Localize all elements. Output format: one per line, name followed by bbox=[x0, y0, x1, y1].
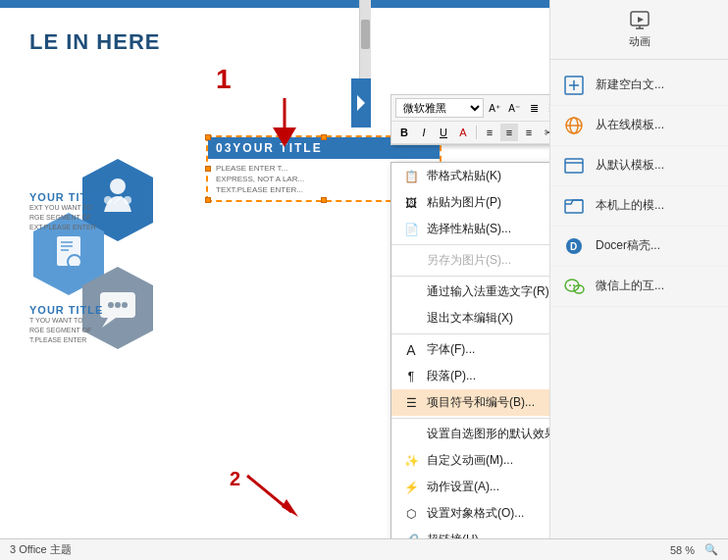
custom-anim-icon: ✨ bbox=[401, 453, 421, 469]
font-color-btn[interactable]: A bbox=[454, 124, 472, 141]
font-size-down-btn[interactable]: A⁺ bbox=[486, 99, 503, 117]
menu-paragraph[interactable]: ¶ 段落(P)... bbox=[391, 363, 549, 389]
menu-exit-edit-label: 退出文本编辑(X) bbox=[427, 310, 513, 327]
menu-set-default-shape[interactable]: 设置自选图形的默认效果(I) bbox=[391, 421, 549, 447]
right-panel-item-docer[interactable]: D Docer稿壳... bbox=[550, 227, 728, 267]
bold-btn[interactable]: B bbox=[395, 124, 413, 141]
svg-point-42 bbox=[573, 284, 575, 286]
toolbar-row1: 微软雅黑 A⁺ A⁻ ≣ ☰ bbox=[391, 95, 549, 122]
align-left-btn[interactable]: ≡ bbox=[481, 124, 498, 141]
docer-label: Docer稿壳... bbox=[596, 238, 660, 254]
menu-paste-format[interactable]: 📋 带格式粘贴(K) bbox=[391, 163, 549, 189]
underline-btn[interactable]: U bbox=[435, 124, 452, 141]
toolbar-lines-btn2[interactable]: ☰ bbox=[545, 99, 549, 117]
right-panel-item-wechat[interactable]: 微信上的互... bbox=[550, 267, 728, 307]
textbox-body-line2: EXPRESS, NOT A LAR... bbox=[216, 175, 304, 183]
status-bar: 3 Office 主题 58 % 🔍 bbox=[0, 538, 728, 560]
menu-paste-format-label: 带格式粘贴(K) bbox=[427, 168, 501, 184]
handle-bc[interactable] bbox=[321, 197, 327, 203]
italic-btn[interactable]: I bbox=[415, 124, 433, 141]
paste-image-icon: 🖼 bbox=[401, 195, 421, 211]
zoom-icon: 🔍 bbox=[704, 543, 718, 556]
animation-button[interactable]: 动画 bbox=[610, 4, 669, 53]
font-size-up-btn[interactable]: A⁻ bbox=[505, 99, 523, 117]
left-text-item-2: YOUR TITLE T YOU WANT TORGE SEGMENT OFT.… bbox=[29, 304, 103, 344]
cut-btn[interactable]: ✂ bbox=[540, 124, 549, 141]
menu-exit-edit[interactable]: 退出文本编辑(X) bbox=[391, 305, 549, 331]
right-panel-top: 动画 bbox=[550, 4, 728, 60]
align-right-btn[interactable]: ≡ bbox=[520, 124, 538, 141]
separator-1 bbox=[391, 244, 549, 245]
left-title-2: YOUR TITLE bbox=[29, 304, 103, 316]
textbox-body-line1: PLEASE ENTER T... bbox=[216, 164, 287, 173]
font-menu-icon: A bbox=[401, 342, 421, 358]
menu-bullets[interactable]: ☰ 项目符号和编号(B)... bbox=[391, 389, 549, 416]
toolbar-lines-btn1[interactable]: ≣ bbox=[525, 99, 543, 117]
animation-label: 动画 bbox=[629, 34, 650, 49]
paste-special-icon: 📄 bbox=[401, 222, 421, 237]
svg-point-3 bbox=[110, 178, 126, 194]
right-panel-item-local[interactable]: 本机上的模... bbox=[550, 186, 728, 227]
right-panel: 动画 新建空白文... 从在线模板... bbox=[549, 0, 728, 560]
handle-bl[interactable] bbox=[205, 197, 211, 203]
font-name-select[interactable]: 微软雅黑 bbox=[395, 98, 484, 118]
left-body-1: EXT YOU WANT TORGE SEGMENT OFEXT.PLEASE … bbox=[29, 203, 98, 231]
menu-font-label: 字体(F)... bbox=[427, 341, 475, 358]
wechat-label: 微信上的互... bbox=[596, 279, 664, 294]
online-template-label: 从在线模板... bbox=[596, 118, 664, 133]
format-toolbar: 微软雅黑 A⁺ A⁻ ≣ ☰ B I U A ≡ ≡ ≡ ✂ 切换 bbox=[390, 94, 549, 145]
new-blank-label: 新建空白文... bbox=[596, 77, 664, 93]
menu-paste-image-label: 粘贴为图片(P) bbox=[427, 194, 501, 211]
red-arrow-down bbox=[265, 98, 304, 156]
menu-font[interactable]: A 字体(F)... bbox=[391, 336, 549, 363]
right-panel-item-default[interactable]: 从默认模板... bbox=[550, 146, 728, 186]
menu-format-obj-label: 设置对象格式(O)... bbox=[427, 505, 524, 522]
wechat-icon bbox=[560, 273, 588, 300]
svg-point-41 bbox=[569, 284, 571, 286]
action-settings-icon: ⚡ bbox=[401, 480, 421, 495]
menu-custom-anim-label: 自定义动画(M)... bbox=[427, 452, 513, 469]
menu-paste-image[interactable]: 🖼 粘贴为图片(P) bbox=[391, 189, 549, 216]
svg-marker-1 bbox=[273, 127, 296, 147]
textbox-body-line3: TEXT.PLEASE ENTER... bbox=[216, 185, 303, 194]
left-title-1: YOUR TITLE bbox=[29, 191, 103, 203]
status-theme: 3 Office 主题 bbox=[10, 542, 72, 557]
svg-marker-27 bbox=[638, 17, 644, 23]
right-panel-item-online[interactable]: 从在线模板... bbox=[550, 106, 728, 146]
scrollbar-thumb[interactable] bbox=[361, 20, 370, 49]
default-template-label: 从默认模板... bbox=[596, 158, 664, 174]
align-center-btn[interactable]: ≡ bbox=[500, 124, 518, 141]
menu-para-label: 段落(P)... bbox=[427, 368, 476, 384]
format-object-icon: ⬡ bbox=[401, 506, 421, 522]
right-panel-item-new-blank[interactable]: 新建空白文... bbox=[550, 66, 728, 106]
toolbar-row2: B I U A ≡ ≡ ≡ ✂ 切换 bbox=[391, 122, 549, 144]
menu-reselect[interactable]: 通过输入法重选文字(R) bbox=[391, 279, 549, 305]
svg-rect-34 bbox=[565, 159, 583, 173]
zoom-level: 58 % bbox=[670, 544, 695, 556]
context-menu: 📋 带格式粘贴(K) 🖼 粘贴为图片(P) 📄 选择性粘贴(S)... 另存为图… bbox=[390, 162, 549, 554]
slide-content: LE IN HERE 1 bbox=[0, 0, 549, 560]
blue-side-button[interactable] bbox=[351, 78, 371, 127]
menu-custom-anim[interactable]: ✨ 自定义动画(M)... bbox=[391, 447, 549, 474]
slide-header-bar bbox=[0, 0, 549, 8]
annotation-arrow-2: 2 bbox=[228, 468, 306, 526]
save-image-icon bbox=[401, 253, 421, 269]
handle-tc[interactable] bbox=[321, 134, 327, 140]
para-menu-icon: ¶ bbox=[401, 369, 421, 384]
menu-save-image-label: 另存为图片(S)... bbox=[427, 252, 511, 269]
handle-tl[interactable] bbox=[205, 134, 211, 140]
svg-point-19 bbox=[122, 302, 128, 308]
menu-reselect-label: 通过输入法重选文字(R) bbox=[427, 283, 549, 300]
status-right: 58 % 🔍 bbox=[670, 543, 718, 556]
svg-point-5 bbox=[104, 196, 112, 204]
menu-default-shape-label: 设置自选图形的默认效果(I) bbox=[427, 426, 549, 442]
menu-action-settings[interactable]: ⚡ 动作设置(A)... bbox=[391, 474, 549, 500]
vertical-scrollbar[interactable] bbox=[359, 0, 371, 78]
slide-title: LE IN HERE bbox=[29, 29, 160, 55]
svg-point-17 bbox=[108, 302, 114, 308]
menu-format-object[interactable]: ⬡ 设置对象格式(O)... bbox=[391, 500, 549, 527]
handle-ml[interactable] bbox=[205, 166, 211, 172]
slide-title-text: LE IN HERE bbox=[29, 29, 160, 54]
separator-3 bbox=[391, 333, 549, 334]
menu-paste-special[interactable]: 📄 选择性粘贴(S)... bbox=[391, 216, 549, 242]
